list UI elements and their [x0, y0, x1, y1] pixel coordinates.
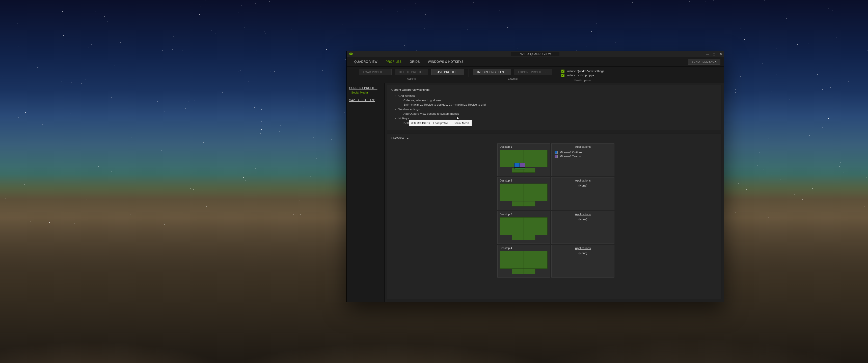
- option-label: Include desktop apps: [566, 74, 594, 77]
- desktop-label: Desktop 4: [500, 246, 548, 250]
- save-profile-button[interactable]: SAVE PROFILE...: [431, 69, 464, 75]
- outlook-icon: [555, 151, 558, 154]
- checkbox-checked-icon: [561, 74, 564, 77]
- settings-panel: Current Quadro View settings: Grid setti…: [387, 85, 721, 130]
- app-window: NVIDIA QUADRO VIEW ― ▢ ✕ QUADRO VIEW PRO…: [346, 51, 724, 302]
- checkbox-checked-icon: [561, 70, 564, 73]
- option-label: Include Quadro View settings: [566, 70, 604, 73]
- toolbar-caption-actions: Actions: [407, 77, 415, 80]
- menubar: QUADRO VIEW PROFILES GRIDS WINDOWS & HOT…: [347, 57, 724, 67]
- tree-grid-line1: Ctrl+drag window to grid area: [391, 98, 717, 103]
- option-include-desktop-apps[interactable]: Include desktop apps: [561, 74, 604, 77]
- toolbar: LOAD PROFILE... DELETE PROFILE SAVE PROF…: [347, 67, 724, 83]
- titlebar[interactable]: NVIDIA QUADRO VIEW ― ▢ ✕: [347, 51, 724, 57]
- delete-profile-button[interactable]: DELETE PROFILE: [395, 69, 428, 75]
- sidebar-saved-header: SAVED PROFILES:: [349, 99, 382, 102]
- minimize-button[interactable]: ―: [704, 51, 711, 57]
- desktop-card[interactable]: Desktop 1: [497, 143, 550, 176]
- svg-point-0: [350, 54, 352, 55]
- nvidia-logo-icon: [349, 52, 353, 56]
- grid-preview: [500, 217, 548, 241]
- application-name: Microsoft Outlook: [560, 151, 582, 154]
- settings-title: Current Quadro View settings:: [391, 88, 717, 92]
- tooltip-target: Social Media: [454, 121, 470, 125]
- applications-none: (None): [555, 252, 611, 255]
- applications-header: Applications: [555, 179, 611, 182]
- sidebar: CURRENT PROFILE: Social Media SAVED PROF…: [347, 83, 384, 302]
- desktop-label: Desktop 1: [500, 145, 548, 148]
- grid-preview: [500, 184, 548, 207]
- toolbar-caption-external: External: [508, 77, 518, 80]
- option-include-qv-settings[interactable]: Include Quadro View settings: [561, 70, 604, 73]
- tree-grid-settings[interactable]: Grid settings: [391, 94, 717, 98]
- tree-window-settings[interactable]: Window settings: [391, 107, 717, 112]
- teams-icon: [555, 155, 558, 158]
- toolbar-group-actions: LOAD PROFILE... DELETE PROFILE SAVE PROF…: [354, 69, 469, 80]
- load-profile-button[interactable]: LOAD PROFILE...: [359, 69, 392, 75]
- applications-card: Applications(None): [551, 177, 614, 210]
- tooltip-action: Load profile...: [433, 121, 450, 125]
- sidebar-current-profile[interactable]: Social Media: [351, 91, 382, 94]
- applications-header: Applications: [555, 145, 611, 148]
- desktop-row: Desktop 1ApplicationsMicrosoft OutlookMi…: [497, 143, 717, 176]
- desktop-row: Desktop 4Applications(None): [497, 245, 717, 277]
- tooltip: (Ctrl+Shift+D1) Load profile... Social M…: [409, 120, 472, 126]
- tab-quadro-view[interactable]: QUADRO VIEW: [350, 57, 381, 66]
- overview-title[interactable]: Overview ▶: [391, 136, 717, 140]
- applications-none: (None): [555, 184, 611, 187]
- desktop-row: Desktop 3Applications(None): [497, 211, 717, 244]
- application-item[interactable]: Microsoft Outlook: [555, 150, 611, 154]
- application-name: Microsoft Teams: [560, 155, 581, 158]
- overview-panel: Overview ▶ Desktop 1ApplicationsMicrosof…: [387, 134, 721, 299]
- desktop-card[interactable]: Desktop 2: [497, 177, 550, 210]
- applications-card: ApplicationsMicrosoft OutlookMicrosoft T…: [551, 143, 614, 176]
- close-button[interactable]: ✕: [717, 51, 724, 57]
- import-profiles-button[interactable]: IMPORT PROFILES...: [473, 69, 511, 75]
- tab-grids[interactable]: GRIDS: [406, 57, 424, 66]
- sidebar-current-header: CURRENT PROFILE:: [349, 87, 382, 90]
- maximize-button[interactable]: ▢: [711, 51, 717, 57]
- mini-taskbar-icon: [514, 167, 525, 169]
- applications-header: Applications: [555, 213, 611, 216]
- desktop-card[interactable]: Desktop 3: [497, 211, 550, 244]
- grid-preview: [500, 150, 548, 173]
- tree-grid-line2: Shift+maximize Resize to desktop, Ctrl+m…: [391, 103, 717, 107]
- desktop-label: Desktop 3: [500, 213, 548, 216]
- applications-header: Applications: [555, 246, 611, 250]
- window-title: NVIDIA QUADRO VIEW: [511, 52, 560, 56]
- toolbar-caption-options: Profile options: [575, 79, 591, 82]
- desktop-label: Desktop 2: [500, 179, 548, 182]
- applications-card: Applications(None): [551, 211, 614, 244]
- send-feedback-button[interactable]: SEND FEEDBACK: [688, 59, 720, 65]
- export-profiles-button[interactable]: EXPORT PROFILES...: [514, 69, 553, 75]
- triangle-right-icon: ▶: [407, 137, 408, 140]
- application-item[interactable]: Microsoft Teams: [555, 154, 611, 158]
- cursor-icon: [457, 117, 460, 121]
- applications-none: (None): [555, 218, 611, 221]
- toolbar-group-external: IMPORT PROFILES... EXPORT PROFILES... Ex…: [469, 69, 557, 80]
- toolbar-group-options: Include Quadro View settings Include des…: [557, 69, 609, 82]
- desktop-row: Desktop 2Applications(None): [497, 177, 717, 210]
- desktop-card[interactable]: Desktop 4: [497, 245, 550, 277]
- tree-window-line1: Add Quadro View options to system menus: [391, 112, 717, 116]
- grid-preview: [500, 251, 548, 275]
- tab-windows-hotkeys[interactable]: WINDOWS & HOTKEYS: [424, 57, 468, 66]
- applications-card: Applications(None): [551, 245, 614, 277]
- tooltip-key: (Ctrl+Shift+D1): [411, 121, 430, 125]
- mini-apps-icon: [514, 163, 525, 167]
- tab-profiles[interactable]: PROFILES: [381, 57, 405, 66]
